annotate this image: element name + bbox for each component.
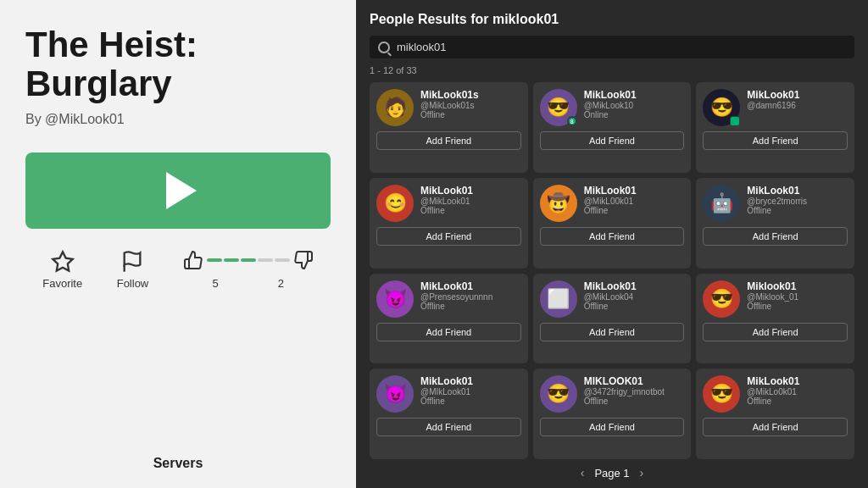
add-friend-button[interactable]: Add Friend bbox=[703, 418, 848, 436]
avatar-wrap: 😎 bbox=[703, 280, 740, 318]
vote-seg-5 bbox=[275, 258, 290, 262]
panel-title: People Results for miklook01 bbox=[370, 12, 854, 27]
add-friend-button[interactable]: Add Friend bbox=[703, 131, 848, 150]
result-card: 😎 8 MikLook01 @MikLook10 Online Add Frie… bbox=[533, 82, 692, 173]
avatar: 🤖 bbox=[703, 185, 740, 222]
card-username: MikLook01 bbox=[584, 185, 685, 197]
avatar: 😈 bbox=[376, 375, 414, 413]
follow-icon bbox=[120, 250, 144, 274]
thumbs-up-icon[interactable] bbox=[183, 250, 203, 270]
avatar-wrap: 😈 bbox=[376, 280, 414, 318]
like-count: 5 bbox=[213, 277, 219, 290]
add-friend-button[interactable]: Add Friend bbox=[703, 323, 848, 341]
avatar: 🧑 bbox=[376, 89, 414, 126]
play-button[interactable] bbox=[25, 152, 331, 229]
avatar-wrap: 😎 8 bbox=[540, 89, 577, 126]
card-top: 🤠 MikLook01 @MikL00k01 Offline bbox=[540, 185, 685, 222]
add-friend-button[interactable]: Add Friend bbox=[376, 418, 521, 436]
result-card: 🤖 MikLook01 @bryce2tmorris Offline Add F… bbox=[696, 178, 854, 269]
avatar-wrap: 😎 bbox=[540, 375, 577, 413]
card-handle: @Prensesoyunnnn bbox=[420, 292, 521, 302]
card-info: MikLook01 @MIkLook01 Offline bbox=[420, 375, 521, 406]
favorite-action[interactable]: Favorite bbox=[42, 250, 82, 290]
card-top: 😎 MikLook01 @MikLo0k01 Offline bbox=[703, 375, 848, 413]
next-page-arrow[interactable]: › bbox=[640, 466, 644, 480]
avatar-wrap: 🤖 bbox=[703, 185, 740, 222]
card-status: Offline bbox=[747, 206, 848, 215]
avatar-wrap: 😈 bbox=[376, 375, 414, 413]
card-username: MikLook01 bbox=[420, 185, 521, 197]
card-status: Offline bbox=[747, 302, 848, 311]
search-bar[interactable]: miklook01 bbox=[370, 36, 854, 58]
card-info: MikLook01 @MikLo0k01 Offline bbox=[747, 375, 848, 406]
action-bar: Favorite Follow bbox=[25, 250, 331, 290]
game-author: By @MikLook01 bbox=[25, 112, 331, 127]
card-info: MikLook01 @MikLook01 Offline bbox=[420, 185, 521, 215]
add-friend-button[interactable]: Add Friend bbox=[376, 323, 521, 341]
card-status: Offline bbox=[420, 206, 521, 215]
vote-seg-3 bbox=[241, 258, 256, 262]
avatar: 😈 bbox=[376, 280, 414, 318]
left-panel: The Heist:Burglary By @MikLook01 Favorit… bbox=[0, 0, 356, 488]
avatar: 🤠 bbox=[540, 185, 577, 222]
add-friend-button[interactable]: Add Friend bbox=[540, 323, 685, 341]
card-info: MikLook01 @damn6196 bbox=[747, 89, 848, 110]
card-info: MikLook01 @Prensesoyunnnn Offline bbox=[420, 280, 521, 311]
prev-page-arrow[interactable]: ‹ bbox=[581, 466, 585, 480]
game-title: The Heist:Burglary bbox=[25, 25, 331, 103]
card-handle: @3472frigy_imnotbot bbox=[584, 387, 685, 396]
card-status: Offline bbox=[420, 302, 521, 311]
result-card: 😎 Miklook01 @Miklook_01 Offline Add Frie… bbox=[696, 274, 854, 364]
dislike-count: 2 bbox=[278, 277, 284, 290]
add-friend-button[interactable]: Add Friend bbox=[703, 227, 848, 246]
result-card: ⬜ MikLook01 @MikLook04 Offline Add Frien… bbox=[533, 274, 692, 364]
card-top: 😎 MikLook01 @damn6196 bbox=[703, 89, 848, 126]
result-card: 😈 MikLook01 @MIkLook01 Offline Add Frien… bbox=[370, 369, 528, 459]
avatar: 😎 bbox=[703, 280, 740, 318]
card-username: MikLook01 bbox=[747, 185, 848, 197]
card-username: MikLook01 bbox=[747, 89, 848, 101]
card-handle: @MikLo0k01 bbox=[747, 387, 848, 396]
card-status: Offline bbox=[420, 110, 521, 119]
card-status: Offline bbox=[584, 302, 685, 311]
card-status: Offline bbox=[584, 396, 685, 406]
card-username: MIKLOOK01 bbox=[584, 375, 685, 387]
card-username: MikLook01 bbox=[747, 375, 848, 387]
result-card: 🧑 MikLook01s @MikLook01s Offline Add Fri… bbox=[370, 82, 528, 173]
add-friend-button[interactable]: Add Friend bbox=[376, 227, 521, 246]
online-badge: 8 bbox=[567, 116, 577, 126]
add-friend-button[interactable]: Add Friend bbox=[540, 227, 685, 246]
card-handle: @Miklook_01 bbox=[747, 292, 848, 302]
add-friend-button[interactable]: Add Friend bbox=[540, 131, 685, 150]
avatar: ⬜ bbox=[540, 280, 577, 318]
vote-seg-1 bbox=[207, 258, 222, 262]
card-info: MIKLOOK01 @3472frigy_imnotbot Offline bbox=[584, 375, 685, 406]
follow-action[interactable]: Follow bbox=[117, 250, 149, 290]
result-card: 🤠 MikLook01 @MikL00k01 Offline Add Frien… bbox=[533, 178, 692, 269]
search-icon bbox=[378, 42, 390, 53]
thumbs-down-icon[interactable] bbox=[293, 250, 314, 270]
play-icon bbox=[166, 172, 197, 209]
card-handle: @bryce2tmorris bbox=[747, 197, 848, 206]
avatar-wrap: 🧑 bbox=[376, 89, 414, 126]
avatar-wrap: ⬜ bbox=[540, 280, 577, 318]
card-top: 😈 MikLook01 @Prensesoyunnnn Offline bbox=[376, 280, 521, 318]
svg-marker-0 bbox=[53, 252, 72, 271]
add-friend-button[interactable]: Add Friend bbox=[540, 418, 685, 436]
card-top: 😎 Miklook01 @Miklook_01 Offline bbox=[703, 280, 848, 318]
card-info: Miklook01 @Miklook_01 Offline bbox=[747, 280, 848, 311]
servers-label: Servers bbox=[25, 456, 331, 471]
right-panel: People Results for miklook01 miklook01 1… bbox=[356, 0, 868, 488]
status-badge bbox=[730, 116, 740, 126]
card-handle: @MikLook04 bbox=[584, 292, 685, 302]
card-handle: @damn6196 bbox=[747, 101, 848, 110]
vote-seg-4 bbox=[258, 258, 273, 262]
card-handle: @MikLook01s bbox=[420, 101, 521, 110]
add-friend-button[interactable]: Add Friend bbox=[376, 131, 521, 150]
card-info: MikLook01 @MikLook04 Offline bbox=[584, 280, 685, 311]
card-info: MikLook01 @MikLook10 Online bbox=[584, 89, 685, 119]
card-username: MikLook01 bbox=[584, 89, 685, 101]
card-info: MikLook01 @bryce2tmorris Offline bbox=[747, 185, 848, 215]
card-status: Offline bbox=[584, 206, 685, 215]
card-username: Miklook01 bbox=[747, 280, 848, 292]
